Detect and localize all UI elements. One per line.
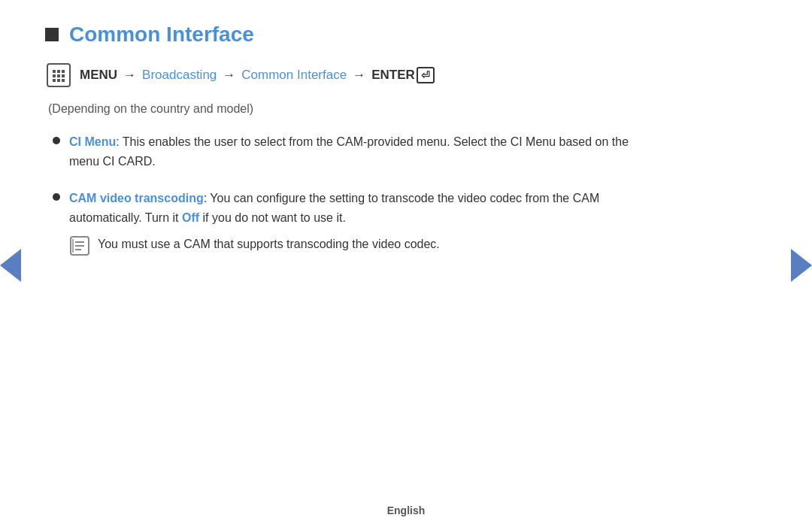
cam-video-description-2: if you do not want to use it.: [199, 211, 346, 224]
footer-language: English: [387, 504, 426, 516]
svg-rect-2: [62, 70, 65, 73]
main-content: Common Interface MENU → Broadcasting → C…: [0, 0, 722, 297]
arrow-3: →: [353, 68, 365, 83]
bullet-list: CI Menu: This enables the user to select…: [53, 132, 662, 256]
page-title-row: Common Interface: [45, 23, 662, 47]
breadcrumb-broadcasting: Broadcasting: [142, 68, 217, 83]
bullet-dot-icon: [53, 193, 60, 201]
enter-icon: ⏎: [417, 67, 435, 83]
bullet-text-cam-video: CAM video transcoding: You can configure…: [69, 189, 662, 256]
nav-arrow-left[interactable]: [0, 249, 21, 282]
arrow-2: →: [223, 68, 235, 83]
bullet-dot-icon: [53, 137, 60, 144]
menu-icon: [47, 63, 71, 87]
svg-rect-8: [62, 79, 65, 82]
title-square-icon: [45, 28, 59, 41]
ci-menu-term: CI Menu: [69, 135, 116, 148]
breadcrumb-common-interface: Common Interface: [241, 68, 347, 83]
list-item: CI Menu: This enables the user to select…: [53, 132, 662, 171]
svg-rect-7: [57, 79, 60, 82]
note-icon: [69, 235, 90, 256]
subtitle: (Depending on the country and model): [48, 102, 662, 116]
menu-label: MENU: [80, 68, 117, 83]
svg-rect-4: [57, 74, 60, 77]
note-block: You must use a CAM that supports transco…: [69, 235, 662, 256]
enter-label: ENTER⏎: [371, 67, 435, 83]
note-text: You must use a CAM that supports transco…: [98, 235, 440, 254]
svg-rect-1: [57, 70, 60, 73]
bullet-text-ci-menu: CI Menu: This enables the user to select…: [69, 132, 662, 171]
arrow-1: →: [123, 68, 136, 83]
cam-video-term: CAM video transcoding: [69, 192, 204, 204]
svg-rect-0: [53, 70, 56, 73]
nav-arrow-right[interactable]: [791, 249, 812, 282]
page-title: Common Interface: [69, 23, 254, 47]
svg-rect-3: [53, 74, 56, 77]
ci-menu-description: : This enables the user to select from t…: [69, 135, 629, 168]
svg-rect-6: [53, 79, 56, 82]
off-highlight: Off: [182, 211, 199, 224]
breadcrumb: MENU → Broadcasting → Common Interface →…: [47, 63, 662, 87]
list-item: CAM video transcoding: You can configure…: [53, 189, 662, 256]
svg-rect-5: [62, 74, 65, 77]
